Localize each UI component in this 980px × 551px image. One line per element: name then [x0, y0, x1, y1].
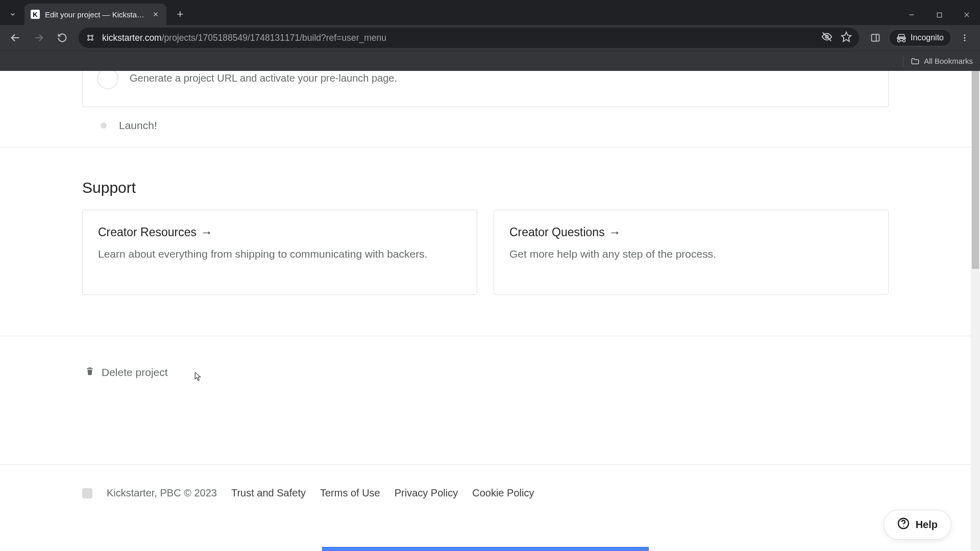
creator-questions-card[interactable]: Creator Questions → Get more help with a…: [494, 210, 889, 295]
delete-project-button[interactable]: Delete project: [82, 366, 889, 379]
tab-title: Edit your project — Kickstarter: [45, 10, 146, 19]
browser-tab-active[interactable]: K Edit your project — Kickstarter: [24, 4, 166, 25]
footer-divider: [0, 464, 975, 465]
browser-toolbar: kickstarter.com/projects/1705188549/1748…: [0, 25, 980, 51]
kickstarter-logo-icon: [82, 488, 92, 498]
checklist-step-label: Launch!: [119, 119, 157, 132]
svg-point-11: [91, 39, 93, 40]
help-widget-button[interactable]: Help: [884, 510, 951, 540]
side-panel-button[interactable]: [865, 28, 886, 48]
svg-rect-19: [872, 34, 879, 41]
vertical-scrollbar-thumb[interactable]: [972, 71, 979, 269]
bookmarks-divider: [903, 56, 903, 67]
svg-point-21: [964, 34, 966, 36]
footer-link-trust[interactable]: Trust and Safety: [231, 487, 306, 499]
footer-link-terms[interactable]: Terms of Use: [320, 487, 380, 499]
address-bar[interactable]: kickstarter.com/projects/1705188549/1748…: [79, 28, 859, 48]
checklist-step-launch[interactable]: Launch!: [82, 107, 889, 147]
arrow-right-icon: →: [201, 226, 212, 239]
checklist-step-circle: [97, 71, 118, 89]
card-title: Creator Resources: [98, 226, 197, 239]
svg-point-10: [88, 39, 89, 40]
help-icon: [897, 517, 910, 532]
card-title: Creator Questions: [509, 226, 605, 239]
page-viewport: Generate a project URL and activate your…: [0, 71, 980, 551]
bookmark-star-icon[interactable]: [841, 31, 852, 44]
window-controls: [898, 5, 980, 25]
nav-back-button[interactable]: [5, 28, 26, 48]
svg-rect-3: [937, 13, 942, 17]
mouse-cursor: [194, 372, 202, 382]
section-divider: [0, 336, 975, 336]
incognito-indicator[interactable]: Incognito: [889, 29, 951, 46]
section-divider: [0, 147, 975, 147]
svg-marker-18: [842, 32, 851, 41]
all-bookmarks-button[interactable]: All Bookmarks: [911, 57, 973, 66]
support-heading: Support: [82, 179, 889, 196]
svg-point-8: [88, 35, 89, 37]
help-label: Help: [916, 519, 938, 531]
trash-icon: [85, 366, 94, 379]
footer-copyright: Kickstarter, PBC © 2023: [107, 487, 217, 499]
checklist-step-description: Generate a project URL and activate your…: [130, 72, 397, 84]
card-description: Learn about everything from shipping to …: [98, 246, 461, 262]
delete-project-label: Delete project: [102, 366, 168, 379]
nav-reload-button[interactable]: [52, 28, 72, 48]
page-footer: Kickstarter, PBC © 2023 Trust and Safety…: [82, 465, 889, 499]
eye-off-icon[interactable]: [821, 31, 832, 44]
bookmarks-bar: All Bookmarks: [0, 51, 980, 71]
incognito-label: Incognito: [911, 33, 944, 42]
svg-point-9: [91, 35, 93, 37]
new-tab-button[interactable]: +: [172, 6, 189, 23]
svg-point-23: [964, 40, 966, 41]
svg-point-25: [903, 526, 904, 527]
browser-tabstrip: K Edit your project — Kickstarter +: [0, 0, 980, 25]
step-dot-icon: [101, 122, 107, 129]
tab-close-button[interactable]: [151, 10, 160, 19]
window-close-button[interactable]: [953, 6, 980, 24]
footer-link-cookie[interactable]: Cookie Policy: [472, 487, 534, 499]
checklist-card-partial[interactable]: Generate a project URL and activate your…: [82, 71, 889, 107]
support-cards-row: Creator Resources → Learn about everythi…: [82, 210, 889, 295]
card-description: Get more help with any step of the proce…: [509, 246, 873, 262]
tab-search-button[interactable]: [4, 6, 21, 23]
arrow-right-icon: →: [609, 226, 621, 239]
window-minimize-button[interactable]: [898, 6, 925, 24]
url-text: kickstarter.com/projects/1705188549/1748…: [102, 33, 814, 43]
window-maximize-button[interactable]: [926, 6, 952, 24]
browser-menu-button[interactable]: [954, 28, 975, 48]
bottom-banner-sliver: [322, 547, 649, 551]
site-info-icon[interactable]: [86, 33, 95, 42]
footer-link-privacy[interactable]: Privacy Policy: [395, 487, 458, 499]
tab-favicon: K: [31, 10, 40, 19]
creator-resources-card[interactable]: Creator Resources → Learn about everythi…: [82, 210, 477, 295]
nav-forward-button[interactable]: [29, 28, 49, 48]
all-bookmarks-label: All Bookmarks: [924, 57, 973, 65]
svg-point-22: [964, 37, 966, 39]
